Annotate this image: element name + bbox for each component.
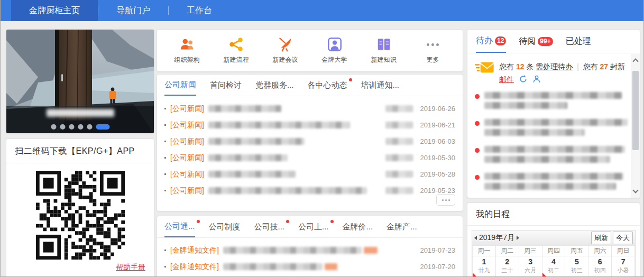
- news-category: [公司新闻]: [170, 121, 204, 130]
- help-manual-link[interactable]: 帮助手册: [116, 263, 145, 272]
- todo-scrollbar[interactable]: [631, 54, 640, 198]
- nav-tab-home[interactable]: 金牌厨柜主页: [11, 0, 98, 21]
- bullet: [164, 190, 166, 191]
- tab-to-read[interactable]: 待阅 99+: [519, 30, 553, 53]
- action-new-process[interactable]: 新建流程: [216, 36, 256, 64]
- news-item[interactable]: [公司新闻] 2019-06-26: [164, 100, 455, 117]
- carousel-dot[interactable]: [51, 124, 56, 130]
- news-date: 2019-06-26: [420, 105, 456, 113]
- today-button[interactable]: 今天: [613, 232, 633, 244]
- calendar-day-cell[interactable]: 6 初四: [588, 256, 612, 277]
- news-item[interactable]: [公司新闻] 2019-05-30: [164, 150, 455, 166]
- event-marker: [542, 273, 547, 277]
- new-mail-link[interactable]: 邮件: [499, 75, 514, 84]
- todo-item[interactable]: [475, 146, 628, 166]
- tab-party-service[interactable]: 党群服务...: [255, 75, 294, 96]
- tab-company-news[interactable]: 公司新闻: [164, 75, 196, 96]
- banner-carousel[interactable]: [6, 29, 154, 134]
- todo-count-badge: 12: [495, 36, 506, 45]
- tab-brand-product[interactable]: 金牌产...: [387, 216, 417, 237]
- action-label: 组织架构: [174, 56, 200, 64]
- todo-item[interactable]: [475, 119, 628, 139]
- tab-processed[interactable]: 已处理: [566, 30, 591, 53]
- scroll-up-icon[interactable]: [632, 58, 638, 64]
- carousel-dot[interactable]: [87, 124, 92, 130]
- carousel-dot[interactable]: [69, 124, 74, 130]
- news-item[interactable]: [公司新闻] 2019-06-21: [164, 117, 455, 133]
- ellipsis-icon: [427, 36, 439, 52]
- prev-month-icon[interactable]: [474, 236, 477, 240]
- mail-notice: 您有 12 条 需处理待办 | 您有 27 封新邮件: [475, 60, 628, 86]
- blurred-highlight: [325, 263, 337, 270]
- event-marker: [473, 273, 477, 277]
- blurred-title: [208, 154, 288, 161]
- tab-brand-price[interactable]: 金牌价...: [343, 216, 373, 237]
- news-item[interactable]: [公司新闻] 2019-06-03: [164, 133, 455, 150]
- tab-todo[interactable]: 待办 12: [476, 30, 506, 53]
- books-icon: [376, 36, 392, 52]
- notice-tabs: 公司通... 公司制度 公司技... 公司上... 金牌价... 金牌产...: [157, 216, 463, 238]
- action-new-meeting[interactable]: 新建会议: [265, 36, 306, 64]
- news-item[interactable]: [公司新闻] 2019-05-23: [164, 182, 455, 199]
- notice-item[interactable]: [金牌通知文件] 2019-07-20: [164, 258, 455, 275]
- scrollbar-thumb[interactable]: [632, 71, 639, 150]
- todo-tabs: 待办 12 待阅 99+ 已处理: [467, 30, 640, 53]
- new-indicator-dot: [349, 78, 352, 81]
- contact-person-icon[interactable]: [532, 75, 541, 84]
- bullet: [164, 173, 166, 175]
- carousel-dot-active[interactable]: [96, 124, 109, 130]
- tab-training-notice[interactable]: 培训通知...: [361, 75, 400, 96]
- blurred-title: [223, 263, 323, 270]
- urgent-dot: [475, 94, 480, 99]
- tab-center-updates[interactable]: 各中心动态: [308, 75, 347, 96]
- todo-panel: 待办 12 待阅 99+ 已处理 您有 12 条: [467, 29, 640, 198]
- calendar-month-label: 2019年7月: [479, 233, 514, 243]
- tab-company-policy[interactable]: 公司制度: [209, 216, 241, 237]
- carousel-dot[interactable]: [78, 124, 83, 130]
- action-label: 新建会议: [273, 56, 298, 64]
- news-more-button[interactable]: [436, 194, 455, 206]
- news-tabs: 公司新闻 首问检讨 党群服务... 各中心动态 培训通知...: [157, 75, 463, 96]
- notice-list: [金牌通知文件] 2019-07-23 [金牌通知文件] 2019-07-20: [157, 238, 463, 275]
- nav-tab-portal[interactable]: 导航门户: [98, 0, 168, 21]
- refresh-icon[interactable]: [519, 75, 528, 84]
- calendar-day-cell[interactable]: 3 六月: [519, 256, 542, 277]
- tab-company-tech[interactable]: 公司技...: [254, 216, 285, 237]
- notice-item[interactable]: [金牌通知文件] 2019-07-23: [164, 242, 455, 258]
- nav-tab-workbench[interactable]: 工作台: [169, 0, 230, 21]
- calendar-day-cell[interactable]: 5 初三: [565, 256, 588, 277]
- person-card-icon: [327, 36, 343, 52]
- carousel-caption-blurred: [47, 109, 114, 117]
- scroll-down-icon[interactable]: [632, 187, 638, 193]
- calendar-day-cell[interactable]: 1 廿九: [473, 256, 496, 277]
- tab-company-listing[interactable]: 公司上...: [298, 216, 329, 237]
- blurred-author: [385, 171, 413, 178]
- calendar-day-cell[interactable]: 7 小暑: [612, 256, 635, 277]
- calendar-day-cell[interactable]: 2 三十: [495, 256, 519, 277]
- action-university[interactable]: 金牌大学: [315, 36, 355, 64]
- news-category: [公司新闻]: [170, 137, 204, 146]
- calendar-day-cell[interactable]: 4 初二: [542, 256, 565, 277]
- blurred-title: [223, 247, 362, 254]
- org-people-icon: [179, 36, 195, 52]
- urgent-dot: [475, 148, 480, 153]
- action-org-structure[interactable]: 组织架构: [167, 36, 207, 64]
- tab-company-notice[interactable]: 公司通...: [164, 216, 195, 237]
- action-more[interactable]: 更多: [413, 36, 453, 64]
- pending-todo-link[interactable]: 需处理待办: [536, 62, 573, 71]
- news-date: 2019-05-23: [420, 187, 456, 195]
- blurred-author: [385, 154, 413, 161]
- tab-first-review[interactable]: 首问检讨: [210, 75, 242, 96]
- carousel-dots[interactable]: [51, 124, 109, 130]
- bullet: [164, 124, 166, 126]
- carousel-dot[interactable]: [60, 124, 65, 130]
- action-new-knowledge[interactable]: 新建知识: [364, 36, 404, 64]
- news-item[interactable]: [公司新闻] 2019-05-28: [164, 166, 455, 182]
- portal-window: 金牌厨柜主页 导航门户 工作台: [0, 0, 644, 277]
- news-category: [公司新闻]: [170, 104, 204, 114]
- next-month-icon[interactable]: [517, 236, 519, 240]
- refresh-button[interactable]: 刷新: [591, 232, 611, 244]
- bullet: [164, 266, 166, 267]
- todo-item[interactable]: [475, 173, 628, 193]
- todo-item[interactable]: [475, 92, 628, 112]
